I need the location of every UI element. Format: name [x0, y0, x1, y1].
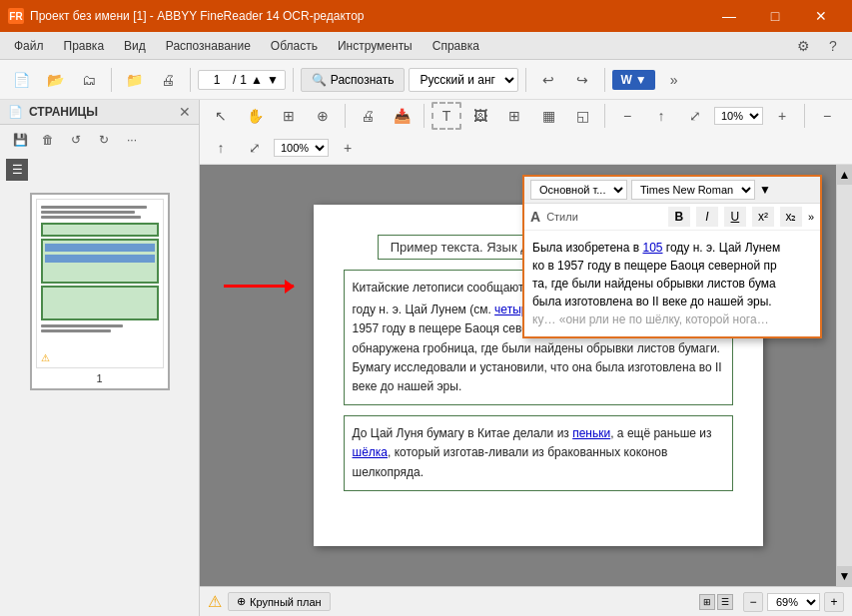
doc-link-3[interactable]: пеньки: [572, 426, 610, 440]
zoom-move-left[interactable]: ↑: [646, 102, 676, 130]
text-region-btn[interactable]: T: [431, 102, 461, 130]
fit-btn[interactable]: ⤢: [680, 102, 710, 130]
select-all-tool[interactable]: ⊞: [274, 102, 304, 130]
doc-sep1: [345, 104, 346, 128]
zoom-large-button[interactable]: ⊕ Крупный план: [228, 592, 331, 611]
more-panel-btn[interactable]: ···: [120, 129, 144, 151]
new-btn[interactable]: 📄: [6, 66, 36, 94]
word-icon: W: [620, 73, 631, 87]
scan-btn[interactable]: 🖨: [153, 66, 183, 94]
text-link1[interactable]: 105: [642, 241, 662, 255]
import-btn[interactable]: 📥: [387, 102, 417, 130]
zoom-plus-left[interactable]: +: [767, 102, 797, 130]
scan-doc-btn[interactable]: 🖨: [353, 102, 383, 130]
page-thumbnail-1[interactable]: ⚠ 1: [30, 193, 170, 390]
menu-file[interactable]: Файл: [4, 35, 54, 57]
document-view[interactable]: Основной т... Times New Roman ▼ A Стили: [200, 165, 852, 586]
italic-button[interactable]: I: [696, 207, 718, 227]
underline-button[interactable]: U: [724, 207, 746, 227]
zoom-minus-left[interactable]: −: [612, 102, 642, 130]
doc-sep3: [604, 104, 605, 128]
doc-text-block-2: До Цай Луня бумагу в Китае делали из пен…: [344, 415, 733, 491]
hand-tool[interactable]: ✋: [240, 102, 270, 130]
page-input[interactable]: [205, 73, 229, 87]
panel-header: 📄 СТРАНИЦЫ ✕: [0, 100, 199, 125]
barcode-region-btn[interactable]: ▦: [533, 102, 563, 130]
title-bar: FR Проект без имени [1] - ABBYY FineRead…: [0, 0, 852, 32]
zoom-tool[interactable]: ⊕: [308, 102, 338, 130]
font-size-select[interactable]: Основной т...: [530, 180, 627, 200]
zoom-move-right[interactable]: ↑: [206, 134, 236, 162]
save-panel-btn[interactable]: 💾: [8, 129, 32, 151]
menu-recognize[interactable]: Распознавание: [156, 35, 261, 57]
zoom-bottom-select[interactable]: 69%: [767, 593, 820, 611]
redo-btn[interactable]: ↪: [567, 66, 597, 94]
maximize-button[interactable]: □: [752, 0, 798, 32]
menu-edit[interactable]: Правка: [54, 35, 115, 57]
open-btn[interactable]: 📂: [40, 66, 70, 94]
scroll-bar[interactable]: ▲ ▼: [836, 165, 852, 586]
more-format-icon[interactable]: »: [808, 211, 814, 223]
zoom-select-right[interactable]: 100%: [274, 139, 329, 157]
text-line2: ко в 1957 году в пещере Баоця северной п…: [532, 259, 777, 273]
pages-panel: 📄 СТРАНИЦЫ ✕ 💾 🗑 ↺ ↻ ··· ☰: [0, 100, 200, 616]
language-select[interactable]: Русский и анг: [409, 68, 518, 92]
layers-btn[interactable]: 🗂: [74, 66, 104, 94]
bold-button[interactable]: B: [668, 207, 690, 227]
menu-area[interactable]: Область: [261, 35, 328, 57]
img-region-btn[interactable]: 🖼: [465, 102, 495, 130]
text-line1: Была изобретена в: [532, 241, 642, 255]
menu-tools[interactable]: Инструменты: [328, 35, 423, 57]
more-btn[interactable]: »: [659, 66, 689, 94]
page-down-icon[interactable]: ▼: [267, 73, 279, 87]
fit-right-btn[interactable]: ⤢: [240, 134, 270, 162]
text-line5: ку… «они рли не по шёлку, которой нога…: [532, 312, 769, 326]
sep2: [190, 68, 191, 92]
zoom-minus-right[interactable]: −: [812, 102, 842, 130]
doc-link-4[interactable]: шёлка: [353, 445, 389, 459]
doc-toolbar-top: ↖ ✋ ⊞ ⊕ 🖨 📥 T 🖼 ⊞ ▦ ◱ − ↑ ⤢ 10% + − ↑: [200, 100, 852, 165]
ocr-button[interactable]: 🔍 Распознать: [301, 68, 406, 92]
folder-btn[interactable]: 📁: [119, 66, 149, 94]
delete-panel-btn[interactable]: 🗑: [36, 129, 60, 151]
page-up-icon[interactable]: ▲: [251, 73, 263, 87]
view-list-icon[interactable]: ☰: [717, 594, 733, 610]
rotate-right-btn[interactable]: ↻: [92, 129, 116, 151]
panel-icon: 📄: [8, 105, 23, 119]
zoom-large-icon: ⊕: [237, 595, 246, 608]
minimize-button[interactable]: —: [706, 0, 752, 32]
scroll-down[interactable]: ▼: [837, 566, 852, 586]
panel-close-button[interactable]: ✕: [179, 104, 191, 120]
text-line3: та, где были найдены обрывки листов бума: [532, 277, 776, 291]
zoom-in-bottom[interactable]: +: [824, 592, 844, 612]
rotate-left-btn[interactable]: ↺: [64, 129, 88, 151]
word-export-button[interactable]: W ▼: [612, 70, 654, 90]
menu-view[interactable]: Вид: [114, 35, 156, 57]
text-editor-popup: Основной т... Times New Roman ▼ A Стили: [522, 175, 822, 338]
menu-help[interactable]: Справка: [423, 35, 489, 57]
thumb-content-1: ⚠: [36, 199, 164, 368]
subscript-button[interactable]: x₂: [780, 207, 802, 227]
zoom-out-bottom[interactable]: −: [743, 592, 763, 612]
text-editor-content[interactable]: Была изобретена в 105 году н. э. Цай Лун…: [524, 231, 820, 336]
undo-btn[interactable]: ↩: [533, 66, 563, 94]
auto-region-btn[interactable]: ◱: [567, 102, 597, 130]
window-title: Проект без имени [1] - ABBYY FineReader …: [30, 9, 365, 23]
cursor-tool[interactable]: ↖: [206, 102, 236, 130]
zoom-plus-right[interactable]: +: [333, 134, 363, 162]
settings-icon[interactable]: ⚙: [792, 35, 814, 57]
superscript-button[interactable]: x²: [752, 207, 774, 227]
help-icon[interactable]: ?: [822, 35, 844, 57]
list-icon[interactable]: ☰: [6, 159, 28, 181]
dropdown-icon[interactable]: ▼: [759, 183, 771, 197]
doc-scroll[interactable]: Основной т... Times New Roman ▼ A Стили: [200, 165, 836, 586]
scroll-up[interactable]: ▲: [837, 165, 852, 185]
doc-bottom-bar: ⚠ ⊕ Крупный план ⊞ ☰ − 69% +: [200, 586, 852, 616]
document-area: ↖ ✋ ⊞ ⊕ 🖨 📥 T 🖼 ⊞ ▦ ◱ − ↑ ⤢ 10% + − ↑: [200, 100, 852, 616]
table-region-btn[interactable]: ⊞: [499, 102, 529, 130]
font-name-select[interactable]: Times New Roman: [631, 180, 755, 200]
close-button[interactable]: ✕: [798, 0, 844, 32]
zoom-select-left[interactable]: 10%: [714, 107, 763, 125]
view-grid-icon[interactable]: ⊞: [699, 594, 715, 610]
page-navigator[interactable]: / 1 ▲ ▼: [198, 70, 286, 90]
